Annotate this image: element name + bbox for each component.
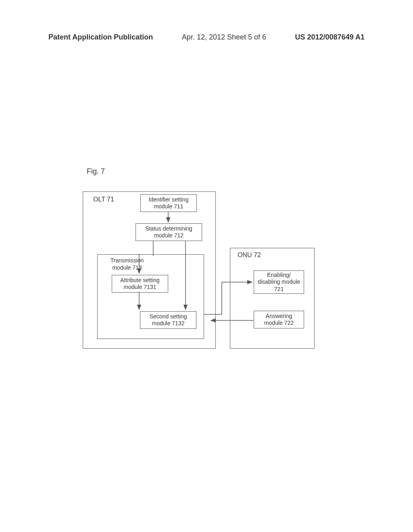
- page-header: Patent Application Publication Apr. 12, …: [0, 33, 413, 42]
- transmission-module-text: Transmission module 713: [105, 257, 149, 271]
- transmission-module: Transmission module 713 Attribute settin…: [97, 254, 204, 339]
- olt-label: OLT 71: [93, 196, 114, 203]
- attribute-setting-text: Attribute setting module 7131: [115, 277, 165, 291]
- identifier-setting-text: Identifier setting module 711: [143, 196, 194, 210]
- enabling-disabling-module: Enabling/ disabling module 721: [254, 270, 304, 294]
- identifier-setting-module: Identifier setting module 711: [140, 194, 197, 212]
- header-publication-type: Patent Application Publication: [48, 33, 153, 42]
- olt-box: OLT 71 Identifier setting module 711 Sta…: [83, 191, 216, 349]
- onu-label: ONU 72: [238, 251, 261, 259]
- second-setting-module: Second setting module 7132: [140, 311, 196, 329]
- status-determining-module: Status determining module 712: [136, 223, 202, 241]
- enabling-disabling-text: Enabling/ disabling module 721: [257, 272, 301, 293]
- onu-box: ONU 72 Enabling/ disabling module 721 An…: [230, 248, 315, 349]
- answering-module: Answering module 722: [254, 311, 304, 328]
- answering-text: Answering module 722: [257, 313, 301, 327]
- diagram-container: OLT 71 Identifier setting module 711 Sta…: [83, 191, 325, 361]
- figure-label: Fig. 7: [87, 167, 105, 176]
- status-determining-text: Status determining module 712: [138, 225, 199, 239]
- header-date-sheet: Apr. 12, 2012 Sheet 5 of 6: [182, 33, 266, 42]
- header-publication-number: US 2012/0087649 A1: [295, 33, 365, 42]
- attribute-setting-module: Attribute setting module 7131: [112, 275, 168, 293]
- second-setting-text: Second setting module 7132: [143, 313, 194, 327]
